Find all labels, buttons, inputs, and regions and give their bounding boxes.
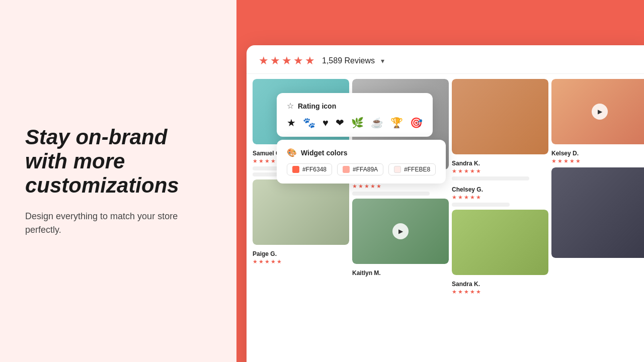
star-4: ★ [293,54,303,67]
reviewer-card-8: Kaitlyn M. [352,267,449,277]
color-chip-2[interactable]: #FFA89A [337,163,383,175]
main-description: Design everything to match your store pe… [25,210,211,237]
reviewer-card-4: Kelsey D. ★★ ★★★ [551,147,644,164]
star-1: ★ [259,54,269,67]
chevron-down-icon[interactable]: ▾ [381,57,384,65]
popup-colors-title: Widget colors [301,149,347,157]
reviewer-stars-5: ★★ ★★★ [253,258,349,265]
rating-stars: ★ ★ ★ ★ ★ [259,54,315,67]
reviews-header: ★ ★ ★ ★ ★ 1,589 Reviews ▾ [247,45,644,74]
reviewer-stars-6: ★★ ★★★ [452,194,548,201]
icon-target[interactable]: 🎯 [410,117,423,129]
popup-rating-header: ☆ Rating icon [287,101,423,111]
color-options-row: #FF6348 #FFA89A #FFEBE8 [287,163,436,175]
palette-icon: 🎨 [287,148,297,157]
color-chip-1[interactable]: #FF6348 [287,163,332,175]
reviewer-name-7: Sandra K. [452,281,548,288]
icon-heart-outline[interactable]: ❤ [336,117,344,129]
reviewer-name-6: Chelsey G. [452,186,548,193]
icon-coffee[interactable]: ☕ [371,117,383,129]
reviewer-card-7: Sandra K. ★★ ★★★ [452,278,548,295]
reviews-count: 1,589 Reviews [322,56,375,65]
reviewer-stars-7: ★★ ★★★ [452,289,548,295]
rating-icon-popup: ☆ Rating icon ★ 🐾 ♥ ❤ 🌿 ☕ 🏆 🎯 [277,93,433,137]
star-2: ★ [270,54,280,67]
icon-paw[interactable]: 🐾 [303,117,315,129]
reviewer-card-5: Paige G. ★★ ★★★ [253,248,349,265]
reviewer-stars-4: ★★ ★★★ [551,158,644,164]
main-heading: Stay on-brand with more customizations [25,125,211,198]
star-outline-icon: ☆ [287,101,294,111]
popup-colors-header: 🎨 Widget colors [287,148,436,157]
color-chip-3[interactable]: #FFEBE8 [388,163,436,175]
photo-item-6: ▶ [352,199,449,264]
reviewer-name-5: Paige G. [253,250,349,257]
color-label-3: #FFEBE8 [404,166,430,173]
reviewer-name-3: Sandra K. [452,160,548,167]
icon-trophy[interactable]: 🏆 [390,117,403,129]
reviewer-name-4: Kelsey D. [551,150,644,157]
icon-leaf[interactable]: 🌿 [351,117,364,129]
reviewer-stars-3: ★★ ★★★ [452,168,548,174]
photo-col-4: ▶ Kelsey D. ★★ ★★★ [551,79,644,295]
star-5: ★ [305,54,315,67]
photo-item-8 [551,167,644,258]
color-swatch-3 [394,166,401,173]
photo-item-4 [452,79,548,154]
icon-options-row: ★ 🐾 ♥ ❤ 🌿 ☕ 🏆 🎯 [287,117,423,129]
photo-item-5: ▶ [551,79,644,144]
photo-item-7 [452,210,548,275]
reviewer-card-6: Chelsey G. ★★ ★★★ [452,184,548,207]
photo-item-2 [253,179,349,245]
color-swatch-2 [343,166,350,173]
star-3: ★ [282,54,292,67]
reviewer-stars-2: ★★ ★★★ [352,183,449,190]
reviewer-name-8: Kaitlyn M. [352,269,449,277]
icon-heart-filled[interactable]: ♥ [323,117,329,129]
popup-rating-title: Rating icon [298,102,336,110]
play-button[interactable]: ▶ [392,223,409,239]
color-label-2: #FFA89A [353,166,378,173]
left-panel: Stay on-brand with more customizations D… [0,0,236,362]
icon-star[interactable]: ★ [287,117,296,129]
color-label-1: #FF6348 [302,166,327,173]
right-panel: ★ ★ ★ ★ ★ 1,589 Reviews ▾ Samuel C. [236,0,644,362]
color-swatch-1 [292,166,299,173]
photo-col-3: Sandra K. ★★ ★★★ Chelsey G. ★★ ★★★ [452,79,548,295]
widget-colors-popup: 🎨 Widget colors #FF6348 #FFA89A #FFEBE8 [277,140,446,184]
reviewer-card-3: Sandra K. ★★ ★★★ [452,157,548,180]
play-button-2[interactable]: ▶ [592,104,608,120]
